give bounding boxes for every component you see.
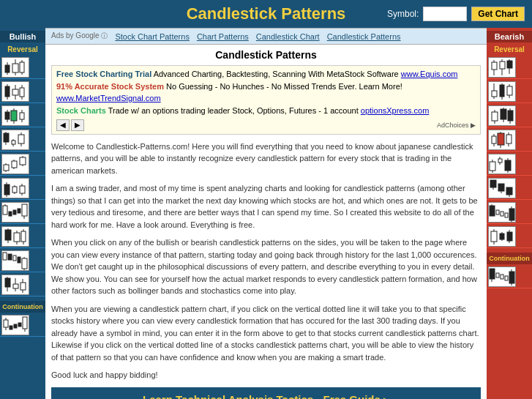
body-para-5: Good luck and happy bidding! bbox=[51, 369, 481, 381]
left-thumb-morning-star bbox=[1, 130, 29, 150]
svg-rect-133 bbox=[498, 159, 502, 163]
svg-rect-27 bbox=[4, 133, 9, 142]
body-para-4: When you are viewing a candlestick patte… bbox=[51, 303, 481, 364]
right-pattern-eveningstar[interactable] bbox=[487, 153, 532, 176]
right-thumb-bearishengulf bbox=[488, 130, 516, 150]
svg-rect-109 bbox=[507, 86, 512, 95]
svg-rect-165 bbox=[501, 275, 503, 279]
svg-rect-149 bbox=[505, 213, 508, 217]
ad-line-1: Free Stock Charting Trial Advanced Chart… bbox=[56, 69, 476, 80]
ad-link-2[interactable]: www.MarketTrendSignal.com bbox=[56, 94, 161, 102]
left-pattern-harami[interactable] bbox=[0, 177, 45, 200]
svg-rect-148 bbox=[501, 212, 503, 216]
right-cont-pattern1[interactable] bbox=[487, 266, 532, 288]
left-thumb-engulf bbox=[1, 105, 29, 126]
right-pattern-darkcloud[interactable] bbox=[487, 105, 532, 127]
svg-rect-58 bbox=[18, 209, 20, 213]
left-pattern-rising3[interactable] bbox=[0, 201, 45, 224]
svg-rect-91 bbox=[18, 323, 21, 327]
svg-rect-1 bbox=[12, 64, 18, 72]
content-heading: Candlestick Patterns bbox=[51, 49, 481, 61]
svg-rect-94 bbox=[492, 62, 497, 70]
svg-rect-136 bbox=[505, 160, 511, 171]
right-thumb-3black bbox=[488, 178, 516, 198]
svg-rect-97 bbox=[500, 61, 505, 69]
svg-rect-162 bbox=[490, 269, 495, 279]
left-pattern-morning-star[interactable] bbox=[0, 129, 45, 152]
nav-bar: Ads by Google ⓘ Stock Chart Patterns Cha… bbox=[45, 28, 487, 45]
ad-choices[interactable]: AdChoices ▶ bbox=[437, 122, 476, 129]
right-cont-thumb1 bbox=[488, 266, 516, 287]
nav-chart-patterns[interactable]: Chart Patterns bbox=[197, 32, 249, 41]
top-bar: Candlestick Patterns Symbol: Get Chart bbox=[0, 0, 532, 28]
svg-rect-118 bbox=[508, 111, 513, 121]
left-cont-thumb1 bbox=[1, 315, 29, 335]
svg-rect-59 bbox=[22, 204, 27, 216]
left-pattern-piercing[interactable] bbox=[0, 225, 45, 248]
left-continuation-section: Continuation bbox=[0, 301, 45, 313]
svg-rect-167 bbox=[509, 272, 514, 283]
svg-rect-36 bbox=[4, 165, 9, 171]
ad-link-3[interactable]: optionsXpress.com bbox=[361, 106, 430, 115]
left-thumb-breakaway bbox=[1, 250, 29, 271]
right-pattern-3black[interactable] bbox=[487, 177, 532, 200]
left-pattern-engulf[interactable] bbox=[0, 105, 45, 127]
svg-rect-164 bbox=[496, 273, 499, 277]
left-pattern-doji[interactable] bbox=[0, 81, 45, 103]
right-pattern-shootingstar[interactable] bbox=[487, 81, 532, 103]
svg-rect-45 bbox=[4, 184, 10, 195]
ad-prev-button[interactable]: ◀ bbox=[56, 119, 70, 131]
right-reversal-label: Reversal bbox=[487, 44, 532, 55]
svg-rect-24 bbox=[20, 113, 24, 119]
left-pattern-breakaway[interactable] bbox=[0, 250, 45, 272]
svg-rect-18 bbox=[5, 112, 10, 119]
svg-rect-89 bbox=[10, 326, 12, 329]
bottom-ad[interactable]: Learn Technical Analysis Tactics - Free … bbox=[51, 387, 481, 399]
nav-candlestick-patterns[interactable]: Candlestick Patterns bbox=[327, 32, 401, 41]
svg-rect-71 bbox=[8, 254, 12, 260]
svg-rect-33 bbox=[18, 135, 24, 143]
ad-box: Free Stock Charting Trial Advanced Chart… bbox=[51, 65, 481, 135]
nav-candlestick-chart[interactable]: Candlestick Chart bbox=[256, 32, 320, 41]
svg-rect-48 bbox=[12, 187, 17, 193]
left-cont-pattern1[interactable] bbox=[0, 314, 45, 337]
ad-nav-buttons: ◀ ▶ bbox=[56, 119, 84, 131]
get-chart-button[interactable]: Get Chart bbox=[471, 7, 525, 21]
ad-line-3: Stock Charts Trade w/ an options trading… bbox=[56, 105, 476, 116]
symbol-input[interactable] bbox=[423, 7, 467, 21]
right-pattern-bearishengulf[interactable] bbox=[487, 129, 532, 152]
svg-rect-130 bbox=[490, 162, 495, 171]
content-area: Candlestick Patterns Free Stock Charting… bbox=[45, 45, 487, 399]
svg-rect-90 bbox=[14, 324, 17, 328]
ad-next-button[interactable]: ▶ bbox=[71, 119, 84, 131]
left-pattern-invhammer[interactable] bbox=[0, 274, 45, 297]
svg-rect-39 bbox=[12, 161, 17, 168]
svg-rect-153 bbox=[491, 231, 497, 242]
svg-rect-73 bbox=[18, 257, 20, 263]
right-bearish-label: Bearish bbox=[487, 31, 532, 42]
left-thumb-piercing bbox=[1, 226, 29, 247]
right-thumb-falling3 bbox=[488, 202, 516, 223]
left-pattern-hammer[interactable] bbox=[0, 56, 45, 79]
left-bullish-label: Bullish bbox=[0, 31, 45, 42]
right-sidebar: Bearish Reversal bbox=[487, 28, 532, 399]
left-pattern-3white[interactable] bbox=[0, 153, 45, 176]
svg-rect-6 bbox=[20, 62, 24, 72]
svg-rect-30 bbox=[12, 141, 15, 144]
svg-rect-3 bbox=[5, 65, 10, 72]
right-pattern-hangingman[interactable] bbox=[487, 56, 532, 79]
nav-stock-chart-patterns[interactable]: Stock Chart Patterns bbox=[115, 32, 190, 41]
ad-link-1[interactable]: www.Equis.com bbox=[401, 70, 458, 78]
left-thumb-invhammer bbox=[1, 275, 29, 295]
svg-rect-159 bbox=[507, 232, 512, 241]
svg-rect-103 bbox=[492, 91, 497, 97]
right-pattern-bearish-harami[interactable] bbox=[487, 225, 532, 248]
svg-rect-15 bbox=[20, 88, 24, 97]
right-pattern-falling3[interactable] bbox=[487, 201, 532, 224]
bottom-ad-line1: Learn Technical Analysis Tactics - Free … bbox=[57, 393, 475, 399]
svg-rect-77 bbox=[5, 278, 10, 287]
ad-label-2: 91% Accurate Stock System bbox=[56, 82, 164, 91]
bottom-ad-arrow: ▶ bbox=[383, 396, 389, 399]
svg-rect-100 bbox=[507, 61, 512, 68]
svg-rect-121 bbox=[492, 136, 496, 143]
